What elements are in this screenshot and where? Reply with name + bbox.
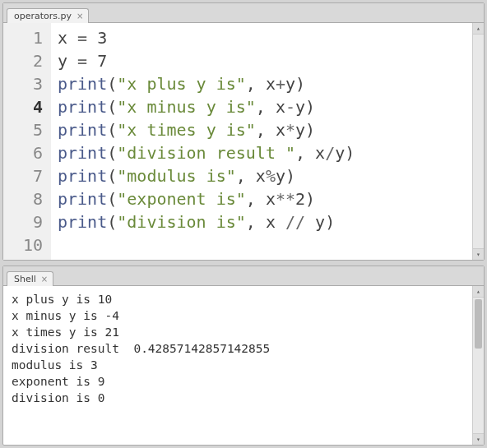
code-line[interactable]: print("division result ", x/y) <box>58 141 466 164</box>
editor-scrollbar[interactable]: ▴ ▾ <box>472 23 484 260</box>
line-number: 3 <box>3 72 43 95</box>
shell-tab-label: Shell <box>14 274 36 284</box>
shell-panel: Shell × x plus y is 10 x minus y is -4 x… <box>2 266 485 446</box>
code-line[interactable]: x = 3 <box>58 26 466 49</box>
shell-output[interactable]: x plus y is 10 x minus y is -4 x times y… <box>3 286 472 445</box>
close-icon[interactable]: × <box>41 275 48 284</box>
line-number: 10 <box>3 233 43 256</box>
editor-content: 12345678910 x = 3y = 7print("x plus y is… <box>3 23 484 260</box>
code-area[interactable]: x = 3y = 7print("x plus y is", x+y)print… <box>51 23 472 260</box>
editor-tabbar: operators.py × <box>3 3 484 23</box>
shell-content-wrap: x plus y is 10 x minus y is -4 x times y… <box>3 286 484 445</box>
code-line[interactable]: print("modulus is", x%y) <box>58 164 466 187</box>
code-line[interactable]: print("exponent is", x**2) <box>58 187 466 210</box>
scroll-up-icon[interactable]: ▴ <box>473 23 484 35</box>
close-icon[interactable]: × <box>77 12 83 21</box>
shell-scrollbar[interactable]: ▴ ▾ <box>472 286 484 445</box>
scroll-down-icon[interactable]: ▾ <box>473 433 484 445</box>
code-line[interactable]: print("division is", x // y) <box>58 210 466 233</box>
line-number: 4 <box>3 95 43 118</box>
line-number: 1 <box>3 26 43 49</box>
shell-tabbar: Shell × <box>3 266 484 286</box>
editor-tab-operators[interactable]: operators.py × <box>7 8 89 23</box>
code-line[interactable]: print("x times y is", x*y) <box>58 118 466 141</box>
scroll-thumb[interactable] <box>475 299 482 349</box>
code-line[interactable]: print("x plus y is", x+y) <box>58 72 466 95</box>
editor-tab-label: operators.py <box>14 11 72 21</box>
editor-panel: operators.py × 12345678910 x = 3y = 7pri… <box>2 2 485 261</box>
code-line[interactable]: y = 7 <box>58 49 466 72</box>
shell-tab[interactable]: Shell × <box>7 271 53 286</box>
line-number-gutter: 12345678910 <box>3 23 51 260</box>
scroll-down-icon[interactable]: ▾ <box>473 248 484 260</box>
line-number: 7 <box>3 164 43 187</box>
line-number: 8 <box>3 187 43 210</box>
line-number: 9 <box>3 210 43 233</box>
scroll-up-icon[interactable]: ▴ <box>473 286 484 298</box>
line-number: 5 <box>3 118 43 141</box>
code-line[interactable]: print("x minus y is", x-y) <box>58 95 466 118</box>
line-number: 2 <box>3 49 43 72</box>
line-number: 6 <box>3 141 43 164</box>
